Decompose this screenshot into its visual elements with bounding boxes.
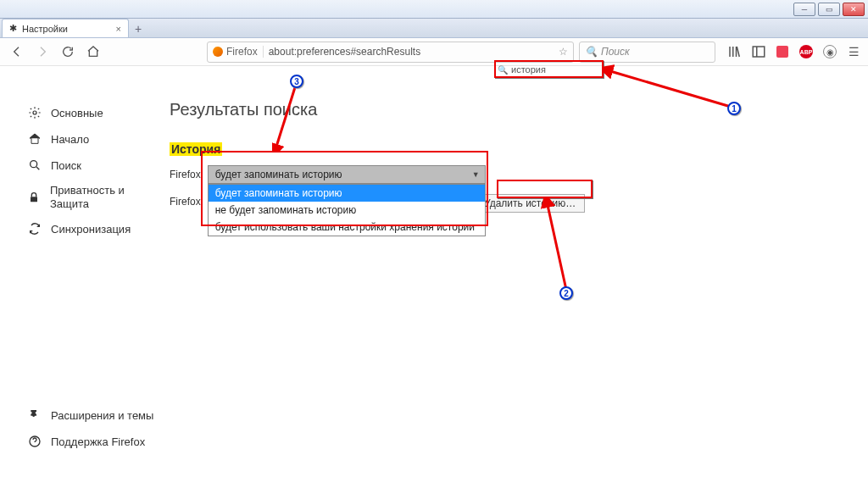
preferences-search-input[interactable]: 🔍 история	[498, 63, 601, 76]
firefox-icon	[213, 47, 223, 57]
annotation-number-2: 2	[559, 286, 573, 300]
tab-label: Настройки	[22, 24, 68, 34]
gear-icon: ✱	[9, 23, 17, 34]
sidebar-item-search[interactable]: Поиск	[27, 152, 159, 178]
sidebar-item-privacy[interactable]: Приватность и Защита	[27, 179, 159, 215]
preferences-sidebar: Основные Начало Поиск Приватность и Защи…	[0, 66, 159, 488]
dropdown-prefix: Firefox	[170, 169, 201, 180]
browser-toolbar: Firefox about:preferences#searchResults …	[0, 38, 868, 66]
library-icon[interactable]	[727, 44, 743, 59]
section-heading-history: История	[170, 142, 222, 156]
tab-close-icon[interactable]: ×	[116, 24, 121, 34]
search-icon: 🔍	[498, 65, 508, 75]
svg-point-1	[33, 111, 36, 114]
pocket-icon[interactable]	[775, 44, 790, 59]
bookmark-star-icon[interactable]: ☆	[559, 46, 568, 58]
sidebar-item-sync[interactable]: Синхронизация	[27, 216, 159, 241]
reload-button[interactable]	[58, 42, 78, 62]
dropdown-option[interactable]: не будет запоминать историю	[209, 202, 485, 219]
profile-icon[interactable]: ◉	[822, 44, 837, 59]
annotation-number-1: 1	[727, 102, 741, 115]
identity-badge: Firefox	[213, 46, 264, 58]
sidebar-item-general[interactable]: Основные	[27, 100, 159, 125]
svg-rect-0	[753, 47, 765, 57]
sidebar-item-label: Основные	[51, 107, 103, 119]
content-area: Основные Начало Поиск Приватность и Защи…	[0, 66, 868, 488]
url-bar[interactable]: Firefox about:preferences#searchResults …	[207, 42, 574, 63]
forward-button[interactable]	[32, 42, 53, 62]
url-text: about:preferences#searchResults	[269, 46, 420, 58]
sidebar-item-home[interactable]: Начало	[27, 126, 159, 152]
sidebar-item-label: Поддержка Firefox	[51, 435, 145, 448]
sidebar-item-label: Поиск	[51, 159, 81, 172]
puzzle-icon	[27, 408, 42, 423]
home-icon	[27, 131, 42, 147]
sidebar-item-support[interactable]: Поддержка Firefox	[27, 429, 159, 454]
gear-icon	[27, 105, 42, 120]
dropdown-list: будет запоминать историю не будет запоми…	[208, 184, 486, 236]
page-title: Результаты поиска	[170, 100, 843, 119]
close-button[interactable]: ✕	[843, 3, 865, 16]
tab-settings[interactable]: ✱ Настройки ×	[2, 19, 129, 37]
search-value: история	[511, 64, 546, 75]
sync-icon	[27, 221, 42, 236]
lock-icon	[27, 190, 42, 205]
sidebar-item-label: Синхронизация	[51, 223, 131, 236]
search-bar[interactable]: 🔍 Поиск	[579, 42, 715, 63]
annotation-number-3: 3	[290, 75, 303, 88]
hamburger-menu-icon[interactable]: ☰	[846, 44, 861, 59]
history-mode-dropdown[interactable]: будет запоминать историю будет запоминат…	[208, 165, 486, 184]
help-icon	[27, 434, 42, 449]
home-button[interactable]	[83, 42, 103, 62]
sidebar-item-label: Начало	[51, 133, 89, 146]
dropdown-option[interactable]: будет запоминать историю	[209, 185, 485, 202]
new-tab-button[interactable]: +	[129, 20, 147, 37]
identity-label: Firefox	[226, 46, 258, 58]
search-icon	[27, 158, 42, 173]
dropdown-option[interactable]: будет использовать ваши настройки хранен…	[209, 219, 485, 236]
maximize-button[interactable]: ▭	[818, 3, 840, 16]
sidebar-icon[interactable]	[751, 44, 766, 59]
dropdown-selected[interactable]: будет запоминать историю	[208, 165, 486, 184]
search-icon: 🔍	[585, 46, 598, 58]
window-titlebar: ─ ▭ ✕	[0, 0, 868, 19]
sidebar-item-extensions[interactable]: Расширения и темы	[27, 402, 159, 428]
main-panel: Результаты поиска История Firefox будет …	[159, 66, 868, 488]
abp-icon[interactable]: ABP	[798, 44, 814, 59]
svg-rect-3	[31, 197, 37, 202]
tab-bar: ✱ Настройки × +	[0, 19, 868, 38]
sidebar-item-label: Приватность и Защита	[50, 184, 159, 210]
minimize-button[interactable]: ─	[793, 3, 815, 16]
toolbar-icons: ABP ◉ ☰	[727, 44, 861, 59]
clear-history-button[interactable]: Удалить историю…	[475, 194, 585, 213]
search-placeholder: Поиск	[601, 46, 630, 58]
back-button[interactable]	[7, 42, 27, 62]
sidebar-item-label: Расширения и темы	[51, 409, 153, 422]
svg-point-2	[31, 161, 37, 168]
